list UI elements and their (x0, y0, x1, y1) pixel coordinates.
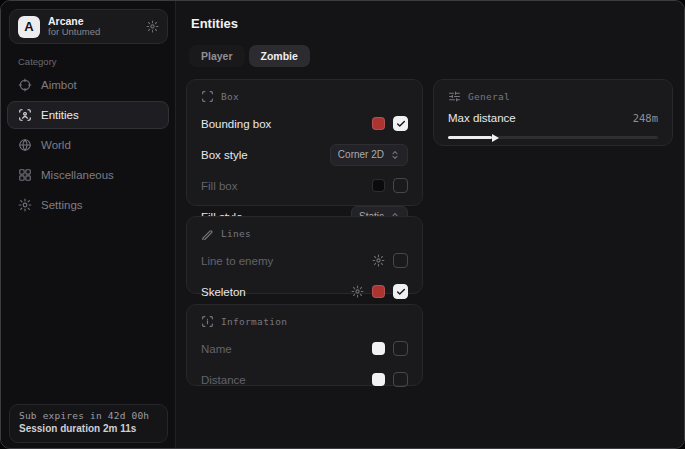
setting-row-bounding-box: Bounding box (201, 113, 408, 134)
app-logo: A (18, 16, 40, 38)
sidebar-nav: Aimbot Entities World Miscellaneous (7, 71, 169, 221)
setting-row-skeleton: Skeleton (201, 281, 408, 302)
main-panel: Entities Player Zombie Box Bounding box (176, 1, 684, 448)
tab-zombie[interactable]: Zombie (249, 45, 310, 67)
setting-label: Line to enemy (201, 255, 273, 267)
app-subtitle: for Untumed (48, 27, 138, 38)
sidebar-item-label: Aimbot (41, 79, 77, 91)
box-corners-icon (201, 90, 214, 103)
chevrons-up-down-icon (390, 150, 400, 160)
page-title: Entities (191, 16, 238, 31)
max-distance-slider[interactable] (448, 136, 658, 139)
gear-icon[interactable] (351, 285, 364, 298)
category-label: Category (18, 56, 57, 67)
crosshair-icon (18, 78, 32, 92)
globe-icon (18, 138, 32, 152)
box-style-select[interactable]: Corner 2D (330, 144, 408, 166)
checkbox[interactable] (393, 372, 408, 387)
sidebar-item-world[interactable]: World (7, 131, 169, 159)
color-swatch[interactable] (372, 179, 385, 192)
setting-row-distance: Distance (201, 369, 408, 390)
color-swatch[interactable] (372, 373, 385, 386)
sidebar-item-label: Settings (41, 199, 83, 211)
setting-row-box-style: Box style Corner 2D (201, 144, 408, 165)
slider-fill[interactable] (448, 136, 492, 139)
gear-icon[interactable] (146, 20, 159, 33)
grid-icon (18, 168, 32, 182)
checkbox[interactable] (393, 253, 408, 268)
setting-label: Max distance (448, 112, 516, 124)
lines-card: Lines Line to enemy Skeleton (186, 216, 423, 294)
setting-label: Distance (201, 374, 246, 386)
gear-icon[interactable] (372, 254, 385, 267)
setting-label: Fill box (201, 180, 237, 192)
checkbox[interactable] (393, 178, 408, 193)
sidebar-item-label: Entities (41, 109, 79, 121)
pencil-line-icon (201, 227, 214, 240)
setting-label: Skeleton (201, 286, 246, 298)
sidebar-item-aimbot[interactable]: Aimbot (7, 71, 169, 99)
box-card: Box Bounding box Box style Corner 2D (186, 79, 423, 206)
sidebar-item-settings[interactable]: Settings (7, 191, 169, 219)
sidebar: A Arcane for Untumed Category Aimbot (1, 1, 176, 448)
max-distance-value: 248m (633, 112, 658, 124)
tab-player[interactable]: Player (189, 45, 245, 67)
sidebar-item-miscellaneous[interactable]: Miscellaneous (7, 161, 169, 189)
setting-row-name: Name (201, 338, 408, 359)
sidebar-item-label: World (41, 139, 71, 151)
checkbox[interactable] (393, 284, 408, 299)
setting-label: Bounding box (201, 118, 271, 130)
setting-row-line-to-enemy: Line to enemy (201, 250, 408, 271)
card-title: Information (221, 316, 287, 327)
general-card: General Max distance 248m (433, 79, 673, 146)
card-title: Box (221, 91, 239, 102)
entity-tabs: Player Zombie (189, 45, 310, 67)
setting-label: Name (201, 343, 232, 355)
session-duration-text: Session duration 2m 11s (19, 423, 158, 434)
select-value: Corner 2D (338, 149, 384, 160)
sliders-icon (448, 90, 461, 103)
sidebar-item-label: Miscellaneous (41, 169, 114, 181)
card-title: General (468, 91, 510, 102)
color-swatch[interactable] (372, 117, 385, 130)
app-window: A Arcane for Untumed Category Aimbot (0, 0, 685, 449)
color-swatch[interactable] (372, 342, 385, 355)
entity-scan-icon (18, 108, 32, 122)
app-header-card: A Arcane for Untumed (9, 9, 168, 44)
info-scan-icon (201, 315, 214, 328)
setting-row-fill-box: Fill box (201, 175, 408, 196)
color-swatch[interactable] (372, 285, 385, 298)
information-card: Information Name Distance (186, 304, 423, 386)
subscription-status-card: Sub expires in 42d 00h Session duration … (9, 404, 168, 443)
checkbox[interactable] (393, 116, 408, 131)
sub-expiry-text: Sub expires in 42d 00h (19, 410, 158, 421)
setting-label: Box style (201, 149, 248, 161)
gear-icon (18, 198, 32, 212)
card-title: Lines (221, 228, 251, 239)
checkbox[interactable] (393, 341, 408, 356)
sidebar-item-entities[interactable]: Entities (7, 101, 169, 129)
